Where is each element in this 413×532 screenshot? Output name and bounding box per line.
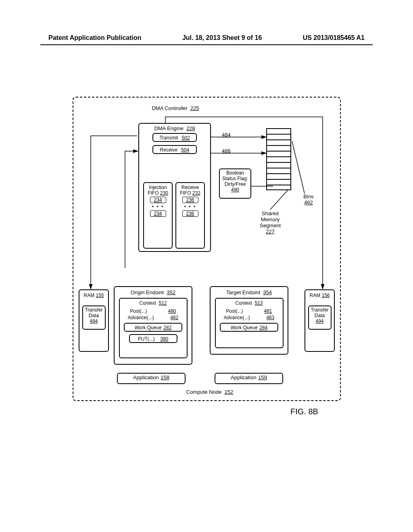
status-flag-label: Boolean Status Flag: Dirty/Free 490 <box>220 170 250 193</box>
transfer-data-right: Transfer Data 494 <box>308 305 332 330</box>
fifo-entry: 234 <box>150 210 166 217</box>
fifo-entry: 236 <box>182 210 198 217</box>
target-endpoint-box: Target Endoint 354 Context 513 Post(...)… <box>210 286 288 355</box>
injection-fifo-label: Injection FIFO 230 <box>144 185 172 196</box>
dma-engine-label: DMA Engine 228 <box>139 125 210 131</box>
diagram: DMA Controller 225 DMA Engine 228 Transm… <box>73 97 341 401</box>
dma-controller-label: DMA Controller 225 <box>137 105 214 111</box>
shared-mem-label: Shared Memory Segment 227 <box>252 210 288 235</box>
ram-left-label: RAM 155 <box>79 293 108 298</box>
ram-left-box: RAM 155 Transfer Data 494 <box>79 289 109 352</box>
arrow-486-label: 486 <box>222 148 231 154</box>
put-box: PUT(...) 390 <box>129 334 177 343</box>
receive-fifo-label: Receive FIFO 232 <box>176 185 204 196</box>
bins-label: Bins492 <box>298 193 319 206</box>
fifo-dots: • • • <box>176 204 204 210</box>
header-right: US 2013/0185465 A1 <box>303 34 365 42</box>
work-queue-target: Work Queue 284 <box>220 323 278 332</box>
header-left: Patent Application Publication <box>48 34 142 42</box>
bins-stack <box>266 128 291 190</box>
ram-right-label: RAM 156 <box>305 293 334 298</box>
status-flag-box: Boolean Status Flag: Dirty/Free 490 <box>219 168 251 199</box>
fifo-dots: • • • <box>144 204 172 210</box>
arrow-484-label: 484 <box>222 132 231 138</box>
context-target-box: Context 513 Post(...)481 Advance(...)483… <box>215 298 284 348</box>
target-endpoint-label: Target Endoint 354 <box>211 289 288 295</box>
header-divider <box>40 44 373 45</box>
ram-right-box: RAM 156 Transfer Data 494 <box>305 289 335 352</box>
transfer-data-left: Transfer Data 494 <box>82 305 106 330</box>
figure-label: FIG. 8B <box>290 407 318 416</box>
app-target-box: Application 159 <box>215 373 283 384</box>
work-queue-origin: Work Queue 282 <box>124 323 182 332</box>
receive-box: Receive 504 <box>152 145 197 154</box>
origin-endpoint-box: Origin Endoint 352 Context 512 Post(...)… <box>114 286 192 365</box>
header-center: Jul. 18, 2013 Sheet 9 of 16 <box>182 34 262 42</box>
context-origin-box: Context 512 Post(...)480 Advance(...)482… <box>119 298 188 358</box>
app-origin-box: Application 158 <box>117 373 186 384</box>
receive-fifo-box: Receive FIFO 232 236 • • • 236 <box>175 182 205 249</box>
compute-node-label: Compute Node 152 <box>177 389 242 395</box>
transmit-box: Transmit 502 <box>152 133 197 142</box>
injection-fifo-box: Injection FIFO 230 234 • • • 234 <box>143 182 173 249</box>
fifo-entry: 234 <box>150 197 166 203</box>
origin-endpoint-label: Origin Endoint 352 <box>115 289 192 295</box>
fifo-entry: 236 <box>182 197 198 203</box>
